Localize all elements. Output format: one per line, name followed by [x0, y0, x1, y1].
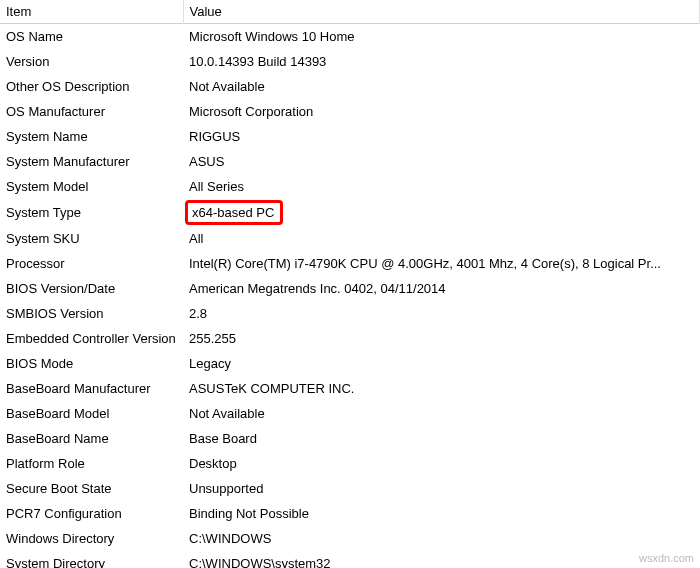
cell-value: 255.255	[183, 326, 700, 351]
table-row[interactable]: System Typex64-based PC	[0, 199, 700, 226]
cell-value: Unsupported	[183, 476, 700, 501]
cell-item: BIOS Version/Date	[0, 276, 183, 301]
table-row[interactable]: SMBIOS Version2.8	[0, 301, 700, 326]
cell-value: Desktop	[183, 451, 700, 476]
cell-value: All	[183, 226, 700, 251]
table-row[interactable]: BIOS Version/DateAmerican Megatrends Inc…	[0, 276, 700, 301]
cell-value: C:\WINDOWS	[183, 526, 700, 551]
cell-item: System SKU	[0, 226, 183, 251]
cell-item: BaseBoard Model	[0, 401, 183, 426]
cell-value: Microsoft Corporation	[183, 99, 700, 124]
table-row[interactable]: PCR7 ConfigurationBinding Not Possible	[0, 501, 700, 526]
table-row[interactable]: Platform RoleDesktop	[0, 451, 700, 476]
cell-value: 10.0.14393 Build 14393	[183, 49, 700, 74]
table-row[interactable]: Windows DirectoryC:\WINDOWS	[0, 526, 700, 551]
cell-value: Binding Not Possible	[183, 501, 700, 526]
table-row[interactable]: System ManufacturerASUS	[0, 149, 700, 174]
table-row[interactable]: BaseBoard NameBase Board	[0, 426, 700, 451]
cell-item: Secure Boot State	[0, 476, 183, 501]
cell-value: ASUS	[183, 149, 700, 174]
table-row[interactable]: ProcessorIntel(R) Core(TM) i7-4790K CPU …	[0, 251, 700, 276]
cell-item: Other OS Description	[0, 74, 183, 99]
cell-value: American Megatrends Inc. 0402, 04/11/201…	[183, 276, 700, 301]
cell-item: Processor	[0, 251, 183, 276]
cell-item: System Manufacturer	[0, 149, 183, 174]
cell-item: SMBIOS Version	[0, 301, 183, 326]
table-row[interactable]: System NameRIGGUS	[0, 124, 700, 149]
cell-value: C:\WINDOWS\system32	[183, 551, 700, 568]
cell-value: RIGGUS	[183, 124, 700, 149]
table-row[interactable]: System SKUAll	[0, 226, 700, 251]
cell-value: ASUSTeK COMPUTER INC.	[183, 376, 700, 401]
cell-item: Windows Directory	[0, 526, 183, 551]
table-row[interactable]: BaseBoard ManufacturerASUSTeK COMPUTER I…	[0, 376, 700, 401]
cell-item: BIOS Mode	[0, 351, 183, 376]
cell-value: All Series	[183, 174, 700, 199]
cell-value: x64-based PC	[183, 199, 700, 226]
table-row[interactable]: System ModelAll Series	[0, 174, 700, 199]
table-row[interactable]: OS NameMicrosoft Windows 10 Home	[0, 24, 700, 50]
cell-item: System Directory	[0, 551, 183, 568]
cell-item: OS Manufacturer	[0, 99, 183, 124]
table-row[interactable]: OS ManufacturerMicrosoft Corporation	[0, 99, 700, 124]
cell-value: Base Board	[183, 426, 700, 451]
table-row[interactable]: Embedded Controller Version255.255	[0, 326, 700, 351]
cell-item: Version	[0, 49, 183, 74]
column-header-value[interactable]: Value	[183, 0, 700, 24]
table-header-row: Item Value	[0, 0, 700, 24]
cell-value: Not Available	[183, 401, 700, 426]
cell-value: Legacy	[183, 351, 700, 376]
cell-value: 2.8	[183, 301, 700, 326]
cell-item: BaseBoard Name	[0, 426, 183, 451]
column-header-item[interactable]: Item	[0, 0, 183, 24]
cell-value: Intel(R) Core(TM) i7-4790K CPU @ 4.00GHz…	[183, 251, 700, 276]
table-body: OS NameMicrosoft Windows 10 HomeVersion1…	[0, 24, 700, 569]
highlight-box: x64-based PC	[185, 200, 283, 225]
cell-item: System Name	[0, 124, 183, 149]
table-row[interactable]: Version10.0.14393 Build 14393	[0, 49, 700, 74]
table-row[interactable]: BaseBoard ModelNot Available	[0, 401, 700, 426]
cell-item: PCR7 Configuration	[0, 501, 183, 526]
cell-item: OS Name	[0, 24, 183, 50]
system-info-table: Item Value OS NameMicrosoft Windows 10 H…	[0, 0, 700, 568]
cell-value: Microsoft Windows 10 Home	[183, 24, 700, 50]
cell-item: System Type	[0, 199, 183, 226]
cell-item: Embedded Controller Version	[0, 326, 183, 351]
cell-item: BaseBoard Manufacturer	[0, 376, 183, 401]
cell-item: Platform Role	[0, 451, 183, 476]
table-row[interactable]: Other OS DescriptionNot Available	[0, 74, 700, 99]
watermark: wsxdn.com	[639, 552, 694, 564]
cell-value: Not Available	[183, 74, 700, 99]
table-row[interactable]: System DirectoryC:\WINDOWS\system32	[0, 551, 700, 568]
table-row[interactable]: Secure Boot StateUnsupported	[0, 476, 700, 501]
table-row[interactable]: BIOS ModeLegacy	[0, 351, 700, 376]
cell-item: System Model	[0, 174, 183, 199]
